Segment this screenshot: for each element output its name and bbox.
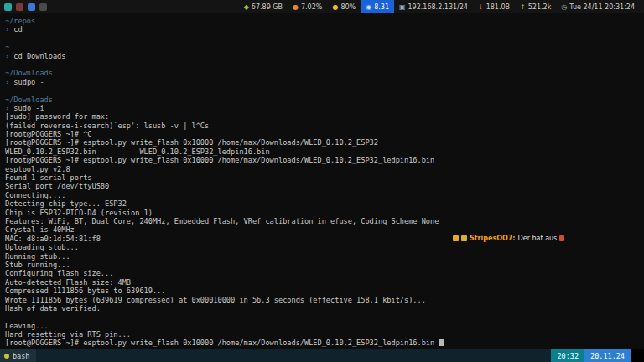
terminal-line: Wrote 1111856 bytes (639619 compressed) … xyxy=(5,296,644,304)
terminal-line: WLED_0.10.2_ESP32.bin WLED_0.10.2_ESP32_… xyxy=(5,147,644,156)
stat-load: ◉ 8.31 xyxy=(361,0,394,13)
terminal-line: Found 1 serial ports xyxy=(5,173,644,182)
session-status-icon xyxy=(4,354,9,359)
notification-message: Der hat aus xyxy=(518,235,558,242)
stat-net-up-value: 521.2k xyxy=(528,3,552,11)
notification-sender: StripesOO7: xyxy=(470,235,516,242)
terminal-line: ~ xyxy=(5,43,644,51)
memory-icon: ● xyxy=(332,3,338,11)
stat-cpu: ● 7.02% xyxy=(288,0,327,13)
emote-icon xyxy=(559,235,564,241)
terminal-body: ~/repos› cd ~› cd Downloads ~/Downloads›… xyxy=(5,17,644,348)
tmux-clock-area: 20:32 20.11.24 xyxy=(551,349,631,362)
terminal[interactable]: ~/repos› cd ~› cd Downloads ~/Downloads›… xyxy=(0,13,644,349)
stat-ip-value: 192.168.2.131/24 xyxy=(408,3,468,11)
terminal-line: › cd Downloads xyxy=(5,52,644,60)
terminal-line: [root@POGGERS ~]# esptool.py write_flash… xyxy=(5,138,644,147)
tray-icon[interactable] xyxy=(39,3,47,11)
stat-disk-value: 67.89 GB xyxy=(252,3,283,11)
upload-icon: ↑ xyxy=(520,3,526,11)
badge-icon xyxy=(453,235,459,241)
terminal-line: Stub running... xyxy=(5,261,644,269)
system-tray xyxy=(4,3,47,11)
tray-icon[interactable] xyxy=(28,3,35,11)
terminal-line xyxy=(5,60,644,69)
stat-net-down: ↓ 181.0B xyxy=(473,0,515,13)
tmux-window-label: bash xyxy=(13,352,29,360)
tray-icon[interactable] xyxy=(4,3,12,11)
terminal-line: Compressed 1111856 bytes to 639619... xyxy=(5,287,644,295)
terminal-line: › cd xyxy=(5,25,644,34)
tmux-window-bash[interactable]: bash xyxy=(0,349,36,362)
terminal-line: [sudo] password for max: xyxy=(5,112,644,121)
stat-net-down-value: 181.0B xyxy=(486,3,510,11)
stat-clock: ◷ Tue 24/11 20:31:24 xyxy=(556,0,640,13)
disk-icon: ◆ xyxy=(244,3,249,11)
gift-icon xyxy=(461,235,467,241)
network-icon: ▣ xyxy=(399,3,406,11)
terminal-cursor xyxy=(439,339,444,346)
clock-icon: ◷ xyxy=(561,3,567,11)
tmux-time: 20:32 xyxy=(551,349,584,362)
terminal-line: ~/repos xyxy=(5,17,644,25)
stat-clock-value: Tue 24/11 20:31:24 xyxy=(569,3,635,11)
stat-memory-value: 80% xyxy=(340,3,356,11)
terminal-line: Hash of data verified. xyxy=(5,304,644,313)
terminal-line: Hard resetting via RTS pin... xyxy=(5,330,644,339)
cpu-icon: ● xyxy=(293,3,299,11)
terminal-line: esptool.py v2.8 xyxy=(5,165,644,173)
terminal-line: Crystal is 40MHz xyxy=(5,225,644,234)
terminal-line: Detecting chip type... ESP32 xyxy=(5,199,644,208)
terminal-line: [root@POGGERS ~]# ^C xyxy=(5,130,644,138)
terminal-line: ~/Downloads xyxy=(5,96,644,104)
terminal-line: (failed reverse-i-search)`esp': lsusb -v… xyxy=(5,122,644,130)
stat-load-value: 8.31 xyxy=(374,3,389,11)
terminal-line: Auto-detected Flash size: 4MB xyxy=(5,278,644,287)
terminal-line: › sudpo - xyxy=(5,78,644,86)
terminal-line: Chip is ESP32-PICO-D4 (revision 1) xyxy=(5,209,644,217)
terminal-line: Running stub... xyxy=(5,252,644,261)
terminal-line: ~/Downloads xyxy=(5,69,644,77)
stat-cpu-value: 7.02% xyxy=(301,3,322,11)
terminal-line xyxy=(5,34,644,43)
terminal-line: Configuring flash size... xyxy=(5,269,644,277)
tmux-date: 20.11.24 xyxy=(584,349,631,362)
terminal-line: Serial port /dev/ttyUSB0 xyxy=(5,182,644,190)
system-stats: ◆ 67.89 GB ● 7.02% ● 80% ◉ 8.31 ▣ 192.16… xyxy=(239,0,640,13)
stat-disk: ◆ 67.89 GB xyxy=(239,0,288,13)
terminal-line: [root@POGGERS ~]# esptool.py write_flash… xyxy=(5,156,644,164)
terminal-line: Leaving... xyxy=(5,322,644,330)
terminal-line xyxy=(5,313,644,321)
desktop: ◆ 67.89 GB ● 7.02% ● 80% ◉ 8.31 ▣ 192.16… xyxy=(0,0,644,362)
load-icon: ◉ xyxy=(366,3,371,11)
tmux-status-bar: bash 20:32 20.11.24 xyxy=(0,349,631,362)
stat-memory: ● 80% xyxy=(327,0,361,13)
chat-notification: StripesOO7: Der hat aus xyxy=(453,235,564,242)
terminal-line: Uploading stub... xyxy=(5,243,644,251)
stat-ip-address: ▣ 192.168.2.131/24 xyxy=(394,0,473,13)
terminal-line: Features: WiFi, BT, Dual Core, 240MHz, E… xyxy=(5,217,644,225)
terminal-line: Connecting.... xyxy=(5,191,644,199)
terminal-line: [root@POGGERS ~]# esptool.py write_flash… xyxy=(5,339,644,347)
terminal-line: › sudo -i xyxy=(5,104,644,112)
terminal-line xyxy=(5,86,644,95)
download-icon: ↓ xyxy=(478,3,484,11)
stat-net-up: ↑ 521.2k xyxy=(515,0,556,13)
tray-icon[interactable] xyxy=(16,3,23,11)
top-status-bar: ◆ 67.89 GB ● 7.02% ● 80% ◉ 8.31 ▣ 192.16… xyxy=(0,0,644,13)
